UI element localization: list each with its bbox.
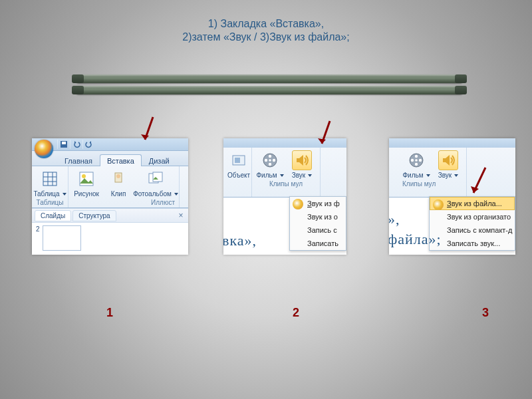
tab-insert[interactable]: Вставка (100, 154, 142, 166)
group-media-label: Клипы мул (269, 180, 303, 188)
ribbon: Таблица Таблицы Рисунок Клип (32, 166, 188, 208)
quick-access-toolbar (32, 138, 188, 151)
qat-buttons (57, 138, 95, 149)
group-illustrations: Рисунок Клип Фотоальбом Иллюст (68, 166, 180, 207)
background-text: вка», (223, 232, 257, 249)
title-line-1: 1) Закладка «Вставка», (0, 17, 532, 31)
slide-number: 2 (36, 225, 40, 252)
svg-rect-1 (62, 142, 66, 144)
sound-button-3[interactable]: Звук (434, 150, 462, 179)
svg-rect-12 (153, 172, 162, 182)
speaker-icon (292, 150, 312, 170)
sound-menu-3: Звук из файла... Звук из организато Запи… (429, 196, 515, 251)
undo-icon[interactable] (70, 140, 82, 149)
svg-rect-14 (235, 158, 240, 163)
title-line-2: 2)затем «Звук / 3)Звук из файла»; (0, 31, 532, 44)
slide-thumbnail-pane: 2 (32, 223, 188, 255)
group-tables: Таблица Таблицы (32, 166, 68, 207)
group-media-3: Фильм Звук Клипы мул (389, 148, 467, 197)
film-reel-icon (406, 150, 426, 170)
menu-record-cd[interactable]: Запись с компакт-д (430, 223, 515, 237)
screenshot-2: Объект Фильм Звук Клипы мул (223, 138, 346, 255)
svg-point-17 (269, 163, 271, 166)
group-media: Фильм Звук Клипы мул (252, 148, 321, 197)
movie-button-3[interactable]: Фильм (402, 150, 430, 179)
slide-stage: 1) Закладка «Вставка», 2)затем «Звук / 3… (0, 0, 532, 399)
save-icon[interactable] (57, 140, 70, 149)
object-button[interactable]: Объект (227, 150, 250, 179)
album-icon (146, 169, 166, 189)
svg-rect-2 (43, 172, 57, 186)
office-button[interactable] (35, 140, 53, 158)
svg-point-24 (411, 159, 414, 162)
picture-icon (76, 169, 96, 189)
svg-point-20 (269, 159, 271, 162)
clip-button[interactable]: Клип (104, 169, 132, 198)
movie-button[interactable]: Фильм (256, 150, 284, 179)
picture-button[interactable]: Рисунок (72, 169, 100, 198)
menu-record-sound[interactable]: Записать звук... (430, 237, 515, 250)
slide-thumbnail[interactable] (43, 225, 81, 251)
sound-label-3: Звук (438, 172, 459, 179)
svg-point-18 (265, 159, 267, 162)
background-text-2: файла»; (389, 231, 442, 248)
svg-point-8 (82, 174, 86, 178)
pane-tab-outline[interactable]: Структура (72, 210, 116, 221)
movie-label-3: Фильм (402, 172, 430, 179)
screenshot-3: Фильм Звук Клипы мул Звук из файла... Зв… (389, 138, 515, 255)
svg-point-10 (116, 174, 120, 178)
svg-point-26 (415, 159, 418, 162)
svg-point-25 (419, 159, 422, 162)
album-label: Фотоальбом (133, 190, 178, 198)
table-icon (40, 169, 60, 189)
speaker-small-icon (433, 200, 444, 210)
menu-sound-from-organizer[interactable]: Звук из о (290, 210, 346, 223)
label-1: 1 (106, 306, 113, 320)
picture-label: Рисунок (74, 190, 99, 198)
pane-tab-bar: Слайды Структура × (32, 208, 188, 223)
speaker-small-icon (293, 199, 303, 209)
group-media-label-3: Клипы мул (402, 180, 436, 188)
group-illus-label: Иллюст (151, 199, 175, 206)
speaker-icon (438, 150, 458, 170)
svg-point-23 (415, 163, 418, 166)
sound-label: Звук (292, 172, 313, 179)
decorative-divider (74, 74, 464, 94)
tab-design[interactable]: Дизай (142, 154, 177, 166)
menu-sound-from-file[interactable]: Звук из ф (290, 197, 346, 210)
table-button[interactable]: Таблица (36, 169, 64, 198)
redo-icon[interactable] (82, 140, 95, 149)
object-label: Объект (227, 172, 250, 179)
arrow-2 (314, 118, 335, 154)
object-icon (229, 150, 249, 170)
movie-label: Фильм (256, 172, 283, 179)
ribbon-2: Объект Фильм Звук Клипы мул (223, 148, 346, 198)
svg-point-22 (415, 155, 418, 158)
sound-button[interactable]: Звук (288, 150, 316, 179)
group-text-fragment: Объект (223, 148, 252, 197)
label-3: 3 (482, 306, 489, 320)
clip-icon (108, 169, 128, 189)
arrow-3 (468, 165, 489, 201)
album-button[interactable]: Фотоальбом (136, 169, 175, 198)
clip-label: Клип (111, 190, 126, 198)
menu-record-cd[interactable]: Запись с (290, 223, 346, 237)
tab-home[interactable]: Главная (57, 154, 100, 166)
ribbon-3: Фильм Звук Клипы мул (389, 148, 515, 198)
close-icon[interactable]: × (176, 211, 186, 220)
svg-point-16 (269, 155, 271, 158)
slide-title: 1) Закладка «Вставка», 2)затем «Звук / 3… (0, 17, 532, 44)
svg-point-19 (273, 159, 275, 162)
menu-record-sound[interactable]: Записать (290, 237, 346, 250)
pane-tab-slides[interactable]: Слайды (35, 210, 71, 221)
background-text-1: », (389, 211, 400, 228)
screenshot-1: Главная Вставка Дизай Таблица Таблицы Р (32, 138, 188, 255)
group-tables-label: Таблицы (37, 199, 64, 206)
label-2: 2 (293, 306, 299, 320)
arrow-1 (137, 114, 158, 150)
sound-menu: Звук из ф Звук из о Запись с Записать (289, 196, 346, 251)
menu-sound-from-organizer[interactable]: Звук из организато (430, 210, 515, 223)
table-label: Таблица (33, 190, 66, 198)
film-reel-icon (260, 150, 280, 170)
ribbon-tabs: Главная Вставка Дизай (32, 151, 188, 166)
